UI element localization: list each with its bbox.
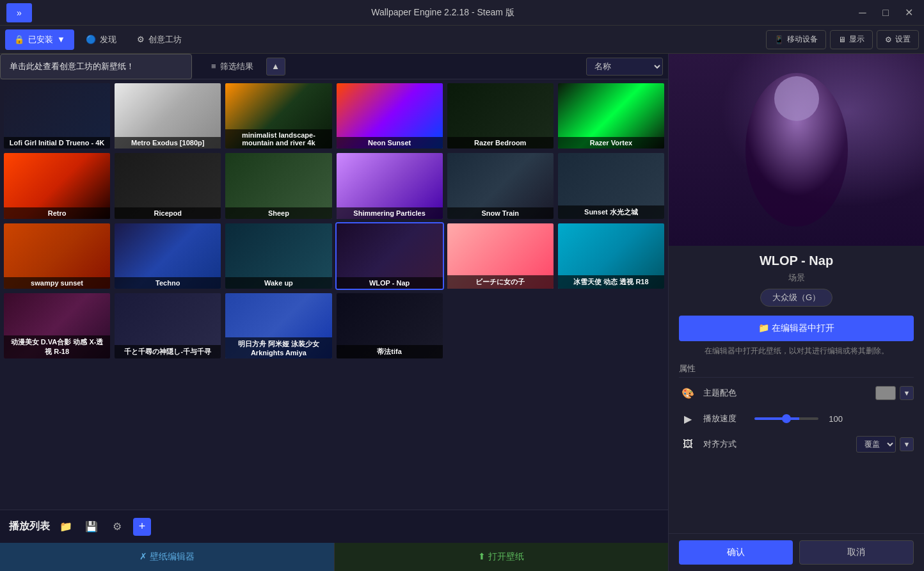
playlist-save-button[interactable]: 💾 (82, 518, 101, 536)
right-panel: 小圣AnX WLOP - Nap 场景 大众级（G） 📁 在编辑器中打开 在编辑… (668, 54, 924, 571)
tab-discover[interactable]: 🔵 发现 (77, 29, 125, 50)
wallpaper-item-sunset[interactable]: Sunset 水光之城 (557, 152, 665, 220)
filter-results-button[interactable]: ≡ 筛选结果 (203, 57, 261, 76)
settings-icon: ⚙ (885, 35, 892, 44)
play-icon: ▶ (679, 410, 697, 428)
wallpaper-label-tifa: 蒂法tifa (337, 345, 443, 358)
palette-icon: 🎨 (679, 384, 697, 402)
workshop-tooltip[interactable]: 单击此处查看创意工坊的新壁纸！ (0, 54, 192, 79)
cancel-button[interactable]: 取消 (799, 540, 914, 565)
playlist-bar: 播放列表 📁 💾 ⚙ + (0, 510, 668, 543)
dropdown-arrow-icon: ▼ (57, 35, 65, 44)
rating-button[interactable]: 大众级（G） (760, 289, 832, 307)
steam-icon: ⚙ (137, 35, 145, 44)
color-dropdown-arrow[interactable]: ▼ (900, 386, 914, 400)
display-button[interactable]: 🖥 显示 (830, 30, 873, 49)
wallpaper-item-mountain[interactable]: minimalist landscape-mountain and river … (224, 82, 333, 150)
wallpaper-label-wakeup: Wake up (225, 277, 331, 289)
wallpaper-item-tifa[interactable]: 蒂法tifa (335, 292, 444, 360)
settings-button[interactable]: ⚙ 设置 (877, 30, 919, 49)
wallpaper-item-miku[interactable]: 冰雪天使 动态 透视 R18 (557, 222, 665, 290)
wallpaper-item-wakeup[interactable]: Wake up (224, 222, 333, 290)
wallpaper-item-lofi[interactable]: Lofi Girl Initial D Trueno - 4K (3, 82, 111, 150)
wallpaper-thumb-arknights: 明日方舟 阿米娅 泳装少女 Arknights Amiya (225, 293, 331, 358)
close-button[interactable]: ✕ (900, 4, 918, 22)
wallpaper-item-razer-vortex[interactable]: Razer Vortex (557, 82, 665, 150)
wallpaper-thumb-razer-bedroom: Razer Bedroom (447, 83, 554, 149)
filter-icon: ≡ (211, 61, 216, 71)
playlist-folder-button[interactable]: 📁 (56, 518, 76, 536)
open-wallpaper-button[interactable]: ⬆ 打开壁纸 (335, 543, 669, 571)
properties-section: 属性 🎨 主题配色 ▼ ▶ 播放速度 100 (669, 363, 924, 461)
playlist-title: 播放列表 (9, 520, 50, 533)
color-swatch[interactable] (875, 386, 896, 400)
wallpaper-thumb-swampy: swampy sunset (4, 223, 110, 289)
wallpaper-item-metro[interactable]: Metro Exodus [1080p] (113, 82, 222, 150)
lock-icon: 🔒 (14, 35, 24, 44)
wallpaper-grid: Lofi Girl Initial D Trueno - 4KMetro Exo… (0, 79, 668, 510)
tab-workshop[interactable]: ⚙ 创意工坊 (128, 29, 191, 50)
wallpaper-label-ricepod: Ricepod (115, 207, 221, 219)
wallpaper-item-swampy[interactable]: swampy sunset (3, 222, 111, 290)
wallpaper-thumb-tifa: 蒂法tifa (337, 293, 443, 358)
wallpaper-thumb-shimmer: Shimmering Particles (337, 153, 443, 218)
rating-badge: 大众级（G） (760, 289, 832, 307)
wallpaper-item-wlop[interactable]: WLOP - Nap (335, 222, 444, 290)
playlist-settings-button[interactable]: ⚙ (108, 518, 127, 536)
maximize-button[interactable]: □ (877, 4, 895, 22)
align-dropdown-arrow[interactable]: ▼ (900, 437, 914, 451)
mobile-button[interactable]: 📱 移动设备 (766, 30, 826, 49)
editor-button[interactable]: ✗ 壁纸编辑器 (0, 543, 335, 571)
window-controls: ─ □ ✕ (854, 4, 918, 22)
filter-bar: 单击此处查看创意工坊的新壁纸！ ≡ 筛选结果 ▲ 名称评分时间 (0, 54, 668, 79)
wallpaper-label-razer-vortex: Razer Vortex (558, 137, 664, 149)
toolbar: 🔒 已安装 ▼ 🔵 发现 ⚙ 创意工坊 📱 移动设备 🖥 显示 ⚙ 设置 (0, 26, 924, 54)
playlist-add-button[interactable]: + (133, 518, 151, 536)
wallpaper-item-sheep[interactable]: Sheep (224, 152, 333, 220)
sort-select[interactable]: 名称评分时间 (586, 58, 663, 76)
wallpaper-thumb-sheep: Sheep (225, 153, 331, 218)
wallpaper-label-mountain: minimalist landscape-mountain and river … (225, 129, 331, 149)
wallpaper-label-shimmer: Shimmering Particles (337, 207, 443, 219)
open-in-editor-button[interactable]: 📁 在编辑器中打开 (679, 316, 914, 341)
wallpaper-item-arknights[interactable]: 明日方舟 阿米娅 泳装少女 Arknights Amiya (224, 292, 333, 360)
main-content: 单击此处查看创意工坊的新壁纸！ ≡ 筛选结果 ▲ 名称评分时间 Lofi Gir… (0, 54, 924, 571)
wallpaper-detail-title: WLOP - Nap (669, 246, 924, 272)
confirm-button[interactable]: 确认 (679, 540, 793, 565)
theme-color-control: ▼ (875, 386, 914, 400)
wallpaper-label-metro: Metro Exodus [1080p] (115, 137, 221, 149)
play-speed-label: 播放速度 (703, 413, 748, 424)
alignment-select[interactable]: 覆盖拉伸适应居中 (856, 436, 896, 453)
play-speed-row: ▶ 播放速度 100 (679, 410, 914, 428)
mobile-icon: 📱 (774, 35, 784, 44)
minimize-button[interactable]: ─ (854, 4, 872, 22)
tab-installed[interactable]: 🔒 已安装 ▼ (5, 29, 74, 50)
alignment-control: 覆盖拉伸适应居中 ▼ (856, 436, 914, 453)
wallpaper-label-techno: Techno (115, 277, 221, 289)
theme-color-row: 🎨 主题配色 ▼ (679, 384, 914, 402)
wallpaper-item-techno[interactable]: Techno (113, 222, 222, 290)
wallpaper-label-lofi: Lofi Girl Initial D Trueno - 4K (4, 137, 110, 149)
toolbar-right: 📱 移动设备 🖥 显示 ⚙ 设置 (766, 30, 919, 49)
wallpaper-item-chihiro[interactable]: 千と千尋の神隠し-千与千寻 (113, 292, 222, 360)
title-bar: » Wallpaper Engine 2.2.18 - Steam 版 ─ □ … (0, 0, 924, 26)
wallpaper-thumb-retro: Retro (4, 153, 110, 218)
properties-title: 属性 (679, 363, 914, 378)
wallpaper-thumb-metro: Metro Exodus [1080p] (115, 83, 221, 149)
wallpaper-item-ricepod[interactable]: Ricepod (113, 152, 222, 220)
speed-slider[interactable] (754, 417, 818, 420)
display-icon: 🖥 (838, 35, 846, 44)
discover-icon: 🔵 (86, 35, 96, 44)
wallpaper-item-beach[interactable]: ビーチに女の子 (446, 222, 555, 290)
wallpaper-item-razer-bedroom[interactable]: Razer Bedroom (446, 82, 555, 150)
alignment-icon: 🖼 (679, 435, 697, 453)
sort-direction-button[interactable]: ▲ (266, 58, 285, 76)
preview-image: 小圣AnX (669, 54, 924, 246)
pin-button[interactable]: » (6, 3, 32, 22)
wallpaper-item-retro[interactable]: Retro (3, 152, 111, 220)
wallpaper-item-dva[interactable]: 动漫美女 D.VA合影 动感 X-透视 R-18 (3, 292, 111, 360)
wallpaper-item-shimmer[interactable]: Shimmering Particles (335, 152, 444, 220)
wallpaper-item-neon[interactable]: Neon Sunset (335, 82, 444, 150)
wallpaper-item-snowtrain[interactable]: Snow Train (446, 152, 555, 220)
wallpaper-thumb-dva: 动漫美女 D.VA合影 动感 X-透视 R-18 (4, 293, 110, 358)
